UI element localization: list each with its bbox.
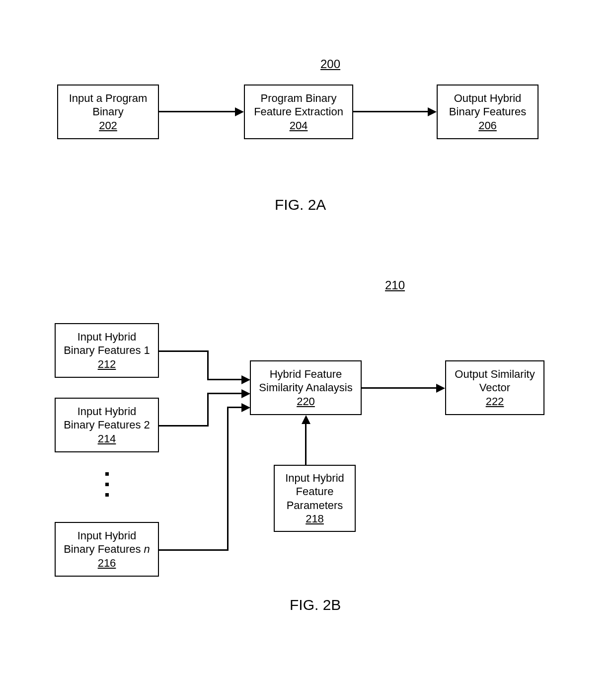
box-214-ref: 214 [98, 432, 116, 446]
box-212-line2: Binary Features 1 [64, 343, 150, 357]
arrow-202-to-204 [159, 111, 235, 112]
box-hybrid-feature-similarity-analysis: Hybrid Feature Similarity Analaysis 220 [250, 360, 362, 415]
box-input-hybrid-binary-features-2: Input Hybrid Binary Features 2 214 [55, 398, 159, 452]
arrow-head-204-to-206 [428, 107, 437, 116]
box-output-similarity-vector: Output Similarity Vector 222 [445, 360, 544, 415]
box-input-hybrid-binary-features-n: Input Hybrid Binary Features n 216 [55, 522, 159, 577]
arrow-head-218-to-220 [302, 415, 310, 424]
box-212-line1: Input Hybrid [77, 330, 137, 344]
box-220-line1: Hybrid Feature [270, 367, 342, 381]
box-214-line2: Binary Features 2 [64, 418, 150, 432]
box-204-line2: Feature Extraction [254, 105, 343, 119]
conn-216-v [227, 407, 229, 551]
box-218-line2: Feature [296, 485, 334, 499]
fig2a-ref: 200 [320, 57, 340, 71]
box-202-ref: 202 [99, 119, 117, 133]
box-216-line1: Input Hybrid [77, 529, 137, 543]
box-218-line1: Input Hybrid [285, 471, 344, 485]
box-220-line2: Similarity Analaysis [259, 381, 352, 395]
conn-212-h2 [207, 379, 241, 380]
conn-216-h [159, 549, 229, 551]
box-input-hybrid-feature-parameters: Input Hybrid Feature Parameters 218 [274, 465, 356, 532]
box-input-program-binary: Input a Program Binary 202 [57, 85, 159, 139]
box-214-line1: Input Hybrid [77, 405, 137, 419]
box-218-ref: 218 [306, 512, 324, 526]
box-206-line2: Binary Features [449, 105, 526, 119]
conn-214-h [159, 425, 209, 427]
diagram-canvas: 200 Input a Program Binary 202 Program B… [0, 0, 616, 685]
conn-218-v [305, 424, 307, 465]
box-222-ref: 222 [486, 395, 504, 409]
conn-214-v [207, 393, 209, 427]
box-218-line3: Parameters [287, 499, 343, 513]
box-206-line1: Output Hybrid [454, 91, 522, 105]
box-216-ref: 216 [98, 556, 116, 570]
fig2a-caption: FIG. 2A [275, 196, 326, 213]
fig2b-caption: FIG. 2B [290, 597, 341, 613]
arrow-204-to-206 [353, 111, 428, 112]
box-program-binary-feature-extraction: Program Binary Feature Extraction 204 [244, 85, 353, 139]
arrow-head-216-to-220 [241, 403, 250, 412]
box-222-line1: Output Similarity [455, 367, 535, 381]
conn-216-h2 [227, 407, 241, 408]
conn-214-h2 [207, 393, 241, 394]
box-216-line2: Binary Features n [64, 542, 150, 556]
conn-212-h [159, 350, 209, 352]
ellipsis-dots-icon [105, 472, 109, 497]
box-220-ref: 220 [297, 395, 315, 409]
box-206-ref: 206 [478, 119, 497, 133]
box-202-line1: Input a Program [69, 91, 148, 105]
box-222-line2: Vector [479, 381, 510, 395]
arrow-head-220-to-222 [436, 384, 445, 393]
arrow-head-214-to-220 [241, 389, 250, 398]
box-204-line1: Program Binary [261, 91, 337, 105]
box-input-hybrid-binary-features-1: Input Hybrid Binary Features 1 212 [55, 323, 159, 378]
conn-220-to-222 [362, 387, 436, 389]
arrow-head-212-to-220 [241, 375, 250, 384]
box-202-line2: Binary [92, 105, 123, 119]
box-204-ref: 204 [290, 119, 308, 133]
box-212-ref: 212 [98, 357, 116, 371]
arrow-head-202-to-204 [235, 107, 244, 116]
fig2b-ref: 210 [385, 278, 405, 292]
conn-212-v [207, 350, 209, 380]
box-output-hybrid-binary-features: Output Hybrid Binary Features 206 [437, 85, 539, 139]
